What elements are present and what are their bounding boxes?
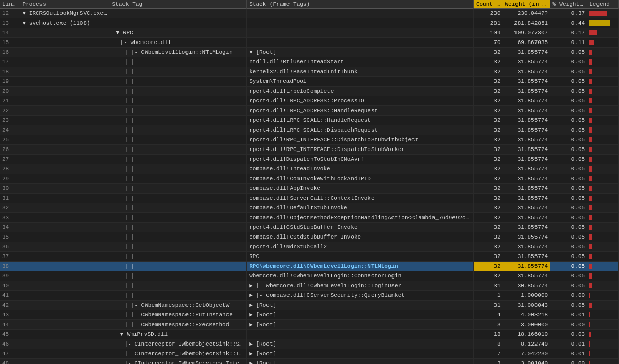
cell-legend [587, 184, 619, 194]
cell-pct: 0.05 [550, 106, 587, 116]
table-row[interactable]: 18 | |kernel32.dll!BaseThreadInitThunk32… [0, 67, 619, 77]
table-row[interactable]: 46 |- CInterceptor_IWbemObjectSink::SetS… [0, 339, 619, 349]
table-row[interactable]: 27 | |rpcrt4.dll!DispatchToStubInCNoAvrf… [0, 155, 619, 164]
table-row[interactable]: 26 | |rpcrt4.dll!RPC_INTERFACE::Dispatch… [0, 145, 619, 155]
col-header-frame-tags[interactable]: Stack (Frame Tags) [247, 0, 474, 9]
col-header-count[interactable]: Count ↑sum [473, 0, 503, 9]
cell-stack-tag: |- CInterceptor_IWbemServices_Intercepto… [110, 359, 247, 365]
cell-weight: 31.855774 [503, 116, 550, 125]
table-row[interactable]: 32 | |combase.dll!DefaultStubInvoke3231.… [0, 203, 619, 213]
col-header-legend[interactable]: Legend [587, 0, 619, 9]
cell-weight: 31.855774 [503, 145, 550, 155]
cell-legend [587, 232, 619, 242]
cell-stack-tag: | |- CWbemLevel1Login::NTLMLogin [110, 48, 247, 57]
table-row[interactable]: 19 | |System\ThreadPool3231.8557740.05 [0, 77, 619, 87]
table-row[interactable]: 43 | |- CWbemNamespace::PutInstance▶ [Ro… [0, 310, 619, 320]
col-header-pct[interactable]: % Weight ↑sum [550, 0, 587, 9]
table-row[interactable]: 39 | |wbemcore.dll!CWbemLevel1Login::Con… [0, 271, 619, 281]
table-row[interactable]: 28 | |combase.dll!ThreadInvoke3231.85577… [0, 164, 619, 174]
table-row[interactable]: 47 |- CInterceptor_IWbemObjectSink::Indi… [0, 349, 619, 359]
table-row[interactable]: 35 | |combase.dll!CStdStubBuffer_Invoke3… [0, 232, 619, 242]
cell-stack-tag: | | [110, 291, 247, 301]
table-row[interactable]: 48 |- CInterceptor_IWbemServices_Interce… [0, 359, 619, 365]
table-row[interactable]: 13▼ svchost.exe (1108)281281.8428510.44 [0, 18, 619, 28]
cell-legend [587, 262, 619, 271]
table-row[interactable]: 17 | |ntdll.dll!RtlUserThreadStart3231.8… [0, 57, 619, 67]
table-row[interactable]: 38 | |RPC\wbemcore.dll\CWbemLevel1Login:… [0, 262, 619, 271]
table-row[interactable]: 44 | |- CWbemNamespace::ExecMethod▶ [Roo… [0, 320, 619, 330]
table-row[interactable]: 14▼ RPC109109.0773070.17 [0, 28, 619, 38]
cell-line: 17 [0, 57, 20, 67]
cell-frame-tags: kernel32.dll!BaseThreadInitThunk [247, 67, 474, 77]
cell-weight: 1.000000 [503, 291, 550, 301]
cell-line: 12 [0, 9, 20, 18]
table-row[interactable]: 25 | |rpcrt4.dll!RPC_INTERFACE::Dispatch… [0, 135, 619, 145]
cell-frame-tags: rpcrt4.dll!LRPC_SCALL::DispatchRequest [247, 125, 474, 135]
col-header-stack-tag[interactable]: Stack Tag [110, 0, 247, 9]
cell-stack-tag: | | [110, 57, 247, 67]
cell-legend [587, 281, 619, 291]
cell-process [20, 135, 110, 145]
cell-frame-tags: System\ThreadPool [247, 77, 474, 87]
col-header-weight[interactable]: Weight (in view...) ↑ [503, 0, 550, 9]
table-row[interactable]: 16 | |- CWbemLevel1Login::NTLMLogin▼ [Ro… [0, 48, 619, 57]
cell-process [20, 320, 110, 330]
table-row[interactable]: 15 |- wbemcore.dll7069.8670350.11 [0, 38, 619, 48]
cell-frame-tags [247, 9, 474, 18]
cell-pct: 0.17 [550, 28, 587, 38]
cell-stack-tag: | | [110, 252, 247, 262]
table-row[interactable]: 22 | |rpcrt4.dll!LRPC_ADDRESS::HandleReq… [0, 106, 619, 116]
cell-frame-tags: rpcrt4.dll!DispatchToStubInCNoAvrf [247, 155, 474, 164]
cell-weight: 31.855774 [503, 262, 550, 271]
cell-frame-tags: rpcrt4.dll!LRPC_ADDRESS::ProcessIO [247, 96, 474, 106]
cell-count: 32 [473, 145, 503, 155]
cell-stack-tag: | | [110, 164, 247, 174]
table-row[interactable]: 20 | |rpcrt4.dll!LrpcloComplete3231.8557… [0, 87, 619, 96]
table-row[interactable]: 30 | |combase.dll!AppInvoke3231.8557740.… [0, 184, 619, 194]
cell-stack-tag: | | [110, 106, 247, 116]
table-row[interactable]: 29 | |combase.dll!ComInvokeWithLockAndIP… [0, 174, 619, 184]
cell-stack-tag: | | [110, 281, 247, 291]
cell-stack-tag: | | [110, 67, 247, 77]
cell-frame-tags: rpcrt4.dll!RPC_INTERFACE::DispatchToStub… [247, 145, 474, 155]
cell-frame-tags: combase.dll!ServerCall::ContextInvoke [247, 194, 474, 203]
cell-legend [587, 67, 619, 77]
cell-legend [587, 330, 619, 339]
cell-stack-tag: | | [110, 125, 247, 135]
table-row[interactable]: 21 | |rpcrt4.dll!LRPC_ADDRESS::ProcessIO… [0, 96, 619, 106]
cell-weight: 31.855774 [503, 174, 550, 184]
table-row[interactable]: 36 | |rpcrt4.dll!NdrStubCall23231.855774… [0, 242, 619, 252]
table-row[interactable]: 12▼ IRCRSOutlookMgrSVC.exe (224)230230.0… [0, 9, 619, 18]
table-row[interactable]: 34 | |rpcrt4.dll!CStdStubBuffer_Invoke32… [0, 223, 619, 232]
table-row[interactable]: 45▼ WmiPrvSD.dll1818.1660100.03 [0, 330, 619, 339]
table-row[interactable]: 24 | |rpcrt4.dll!LRPC_SCALL::DispatchReq… [0, 125, 619, 135]
cell-frame-tags: ▶ [Root] [247, 359, 474, 365]
cell-process [20, 194, 110, 203]
cell-process [20, 271, 110, 281]
cell-stack-tag: | |- CWbemNamespace::PutInstance [110, 310, 247, 320]
cell-pct: 0.05 [550, 271, 587, 281]
cell-frame-tags: ▶ |- wbemcore.dll!CWbemLevel1Login::Logi… [247, 281, 474, 291]
cell-stack-tag: | |- CWbemNamespace::ExecMethod [110, 320, 247, 330]
table-row[interactable]: 41 | |▶ |- combase.dll!CServerSecurity::… [0, 291, 619, 301]
cell-legend [587, 9, 619, 18]
table-row[interactable]: 33 | |combase.dll!ObjectMethodExceptionH… [0, 213, 619, 223]
cell-process [20, 164, 110, 174]
col-header-line[interactable]: Line # [0, 0, 20, 9]
table-row[interactable]: 40 | |▶ |- wbemcore.dll!CWbemLevel1Login… [0, 281, 619, 291]
cell-count: 32 [473, 194, 503, 203]
cell-process [20, 213, 110, 223]
cell-process [20, 262, 110, 271]
cell-frame-tags: combase.dll!AppInvoke [247, 184, 474, 194]
table-row[interactable]: 37 | |RPC3231.8557740.05 [0, 252, 619, 262]
table-row[interactable]: 31 | |combase.dll!ServerCall::ContextInv… [0, 194, 619, 203]
cell-weight: 31.855774 [503, 271, 550, 281]
cell-line: 31 [0, 194, 20, 203]
cell-weight: 69.867035 [503, 38, 550, 48]
cell-line: 40 [0, 281, 20, 291]
table-row[interactable]: 23 | |rpcrt4.dll!LRPC_SCALL::HandleReque… [0, 116, 619, 125]
col-header-process[interactable]: Process [20, 0, 110, 9]
cell-legend [587, 77, 619, 87]
table-row[interactable]: 42 | |- CWbemNamespace::GetObjectW▶ [Roo… [0, 301, 619, 310]
cell-line: 48 [0, 359, 20, 365]
